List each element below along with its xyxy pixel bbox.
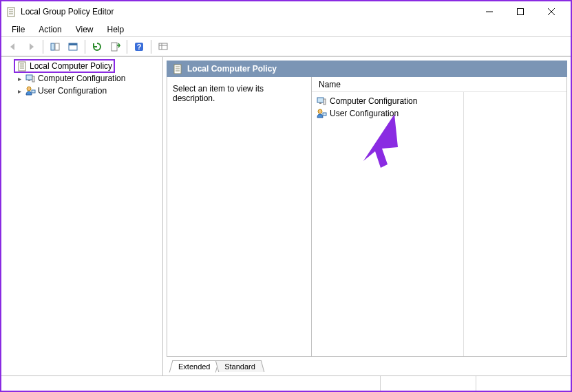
tree-label: User Configuration xyxy=(38,86,107,96)
forward-button[interactable] xyxy=(23,39,39,55)
description-column: Select an item to view its description. xyxy=(167,77,312,356)
toolbar-separator xyxy=(85,40,85,54)
toolbar xyxy=(1,37,571,56)
content-area: Local Computer Policy ▸ Computer Configu… xyxy=(1,56,571,375)
menubar: File Action View Help xyxy=(1,22,571,37)
export-button[interactable] xyxy=(107,39,123,55)
show-tree-button[interactable] xyxy=(47,39,63,55)
menu-view[interactable]: View xyxy=(69,23,100,36)
window: Local Group Policy Editor File Action Vi… xyxy=(0,0,572,392)
status-segment xyxy=(476,376,571,391)
menu-file[interactable]: File xyxy=(5,23,32,36)
list-column: Name Computer Configuration User Configu… xyxy=(312,77,566,356)
close-button[interactable] xyxy=(536,2,566,21)
titlebar[interactable]: Local Group Policy Editor xyxy=(1,1,571,22)
window-title: Local Group Policy Editor xyxy=(21,7,474,17)
tree-expander[interactable]: ▸ xyxy=(14,75,25,83)
tree-label: Computer Configuration xyxy=(38,74,125,83)
tabs-row: Extended Standard xyxy=(167,357,567,372)
list-item-computer-configuration[interactable]: Computer Configuration xyxy=(316,95,562,107)
list-column-header[interactable]: Name xyxy=(312,77,566,92)
back-button[interactable] xyxy=(5,39,21,55)
tree-label: Local Computer Policy xyxy=(30,61,112,71)
column-header-name: Name xyxy=(319,80,341,89)
tab-standard[interactable]: Standard xyxy=(215,360,264,372)
main-pane: Local Computer Policy Select an item to … xyxy=(163,57,571,375)
computer-icon xyxy=(25,73,36,84)
statusbar xyxy=(1,375,571,391)
user-icon xyxy=(25,85,36,96)
tab-extended[interactable]: Extended xyxy=(169,360,220,373)
tree-item-user-configuration[interactable]: ▸ User Configuration xyxy=(3,85,161,97)
toolbar-separator xyxy=(127,40,127,54)
app-icon xyxy=(6,6,17,17)
tree-root-local-computer-policy[interactable]: Local Computer Policy xyxy=(3,60,161,72)
toolbar-separator xyxy=(151,40,151,54)
help-button[interactable] xyxy=(131,39,147,55)
status-segment xyxy=(381,376,476,391)
policy-icon xyxy=(17,61,28,72)
computer-icon xyxy=(316,96,327,107)
policy-icon xyxy=(172,63,183,74)
list-item-user-configuration[interactable]: User Configuration xyxy=(316,107,562,120)
list-body[interactable]: Computer Configuration User Configuratio… xyxy=(312,92,566,356)
tree-expander[interactable]: ▸ xyxy=(14,87,25,95)
properties-button[interactable] xyxy=(65,39,81,55)
minimize-button[interactable] xyxy=(474,2,505,21)
menu-help[interactable]: Help xyxy=(100,23,131,36)
column-divider[interactable] xyxy=(463,92,464,356)
content-header-title: Local Computer Policy xyxy=(187,64,277,74)
content-body: Select an item to view its description. … xyxy=(167,77,567,357)
maximize-button[interactable] xyxy=(505,2,536,21)
list-item-label: User Configuration xyxy=(330,109,399,118)
filter-button[interactable] xyxy=(155,39,171,55)
status-segment xyxy=(1,376,381,391)
content-header: Local Computer Policy xyxy=(167,61,567,77)
svg-rect-20 xyxy=(517,9,523,15)
tree-item-computer-configuration[interactable]: ▸ Computer Configuration xyxy=(3,72,161,85)
user-icon xyxy=(316,108,327,119)
menu-action[interactable]: Action xyxy=(32,23,68,36)
refresh-button[interactable] xyxy=(89,39,105,55)
list-item-label: Computer Configuration xyxy=(330,96,417,106)
toolbar-separator xyxy=(43,40,43,54)
tree-pane[interactable]: Local Computer Policy ▸ Computer Configu… xyxy=(1,57,163,375)
description-text: Select an item to view its description. xyxy=(173,84,264,103)
